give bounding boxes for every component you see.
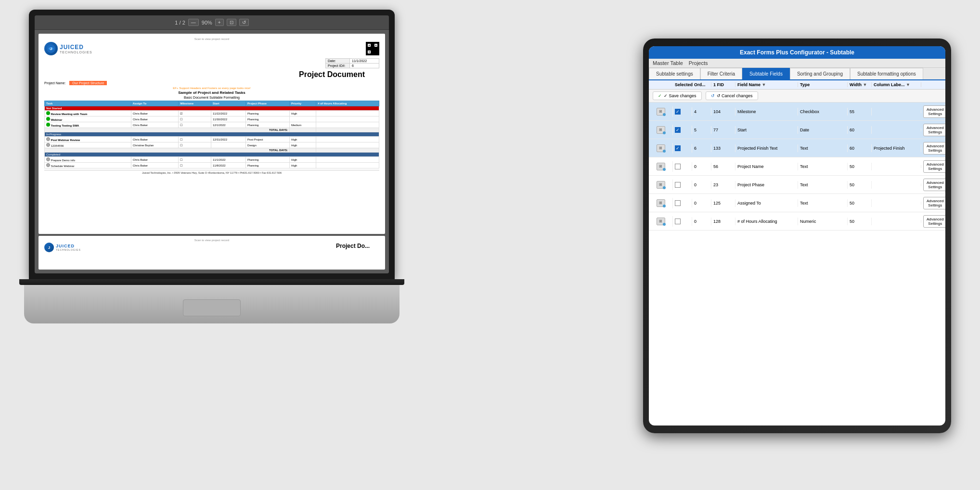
row-drag-icon[interactable]: ⊞ bbox=[657, 163, 665, 170]
col-start: Start bbox=[211, 101, 245, 106]
reload-button[interactable]: ↺ bbox=[239, 19, 249, 26]
col-priority: Priority bbox=[290, 101, 316, 106]
row-drag-icon[interactable]: ⊞ bbox=[657, 126, 665, 134]
row-drag-icon[interactable]: ⊞ bbox=[657, 199, 665, 207]
checkbox-milestone[interactable] bbox=[675, 109, 681, 115]
cfg-row-assigned-to: ⊞ 0 125 Assigned To Text 50 AdvancedSett… bbox=[649, 194, 945, 212]
svg-rect-12 bbox=[374, 49, 375, 50]
doc-subtitle2: Basic Document Subtable Formatting bbox=[44, 96, 379, 99]
cell-fieldname-start: Start bbox=[735, 126, 798, 134]
cell-selected-assigned bbox=[673, 199, 692, 207]
laptop-screen: 1 / 2 — 90% + ⊡ ↺ Scan to view project r… bbox=[35, 15, 389, 273]
logo-name: JUICED bbox=[60, 44, 92, 51]
cell-type-pname: Text bbox=[798, 163, 848, 170]
col-header-selected: Selected bbox=[673, 82, 692, 87]
cell-fid-pphase: 23 bbox=[711, 181, 735, 189]
project-name-value: Our Project Structure bbox=[69, 81, 107, 85]
row-icon-milestone: ⊞ bbox=[649, 106, 673, 117]
date-label: Date: bbox=[326, 59, 350, 63]
cell-fid-projected: 133 bbox=[711, 144, 735, 152]
section-not-started: Not Started bbox=[45, 106, 379, 111]
zoom-in-button[interactable]: + bbox=[215, 19, 224, 26]
checkbox-hours[interactable] bbox=[675, 219, 681, 224]
row-icon-assigned: ⊞ bbox=[649, 198, 673, 208]
cancel-changes-button[interactable]: ↺ ↺ Cancel changes bbox=[706, 91, 758, 100]
advanced-settings-button-hours[interactable]: AdvancedSettings bbox=[923, 215, 945, 228]
cell-selected-start bbox=[673, 126, 692, 134]
svg-rect-14 bbox=[374, 51, 375, 52]
tab-subtable-fields[interactable]: Subtable Fields bbox=[742, 68, 790, 79]
checkbox-assigned[interactable] bbox=[675, 200, 681, 206]
menu-master-table[interactable]: Master Table bbox=[653, 60, 683, 66]
col-milestone: Milestone bbox=[179, 101, 211, 106]
zoom-out-button[interactable]: — bbox=[188, 19, 199, 26]
col-header-fieldname: Field Name ▼ bbox=[735, 82, 798, 87]
project-name-label: Project Name: bbox=[44, 81, 65, 85]
zoom-level: 90% bbox=[202, 20, 212, 26]
cell-collabel-assigned bbox=[872, 202, 921, 205]
row-drag-icon[interactable]: ⊞ bbox=[657, 181, 665, 189]
checkbox-pphase[interactable] bbox=[675, 182, 681, 188]
cell-type-assigned: Text bbox=[798, 199, 848, 207]
tab-filter-criteria[interactable]: Filter Criteria bbox=[700, 68, 742, 79]
section-completed: Completed bbox=[45, 153, 379, 157]
row-drag-icon[interactable]: ⊞ bbox=[657, 144, 665, 152]
cfg-titlebar: Exact Forms Plus Configurator - Subtable bbox=[649, 46, 945, 59]
row-drag-icon[interactable]: ⊞ bbox=[657, 218, 665, 225]
tab-subtable-settings[interactable]: Subtable settings bbox=[649, 68, 700, 79]
svg-rect-13 bbox=[376, 50, 377, 51]
col-header-width: Width ▼ bbox=[848, 82, 872, 87]
save-label: ✓ Save changes bbox=[664, 93, 696, 98]
row-icon-pphase: ⊞ bbox=[649, 180, 673, 190]
advanced-settings-button-assigned[interactable]: AdvancedSettings bbox=[923, 197, 945, 209]
cfg-table-body: ⊞ 4 104 Milestone Checkbox 55 AdvancedSe… bbox=[649, 103, 945, 426]
advanced-settings-button-pname[interactable]: AdvancedSettings bbox=[923, 160, 945, 173]
cell-collabel-projected: Projected Finish bbox=[872, 144, 921, 152]
cell-fid-assigned: 125 bbox=[711, 199, 735, 207]
cell-fid-start: 77 bbox=[711, 126, 735, 134]
advanced-settings-button-milestone[interactable]: AdvancedSettings bbox=[923, 105, 945, 118]
cell-advanced-milestone: AdvancedSettings bbox=[921, 104, 945, 119]
checkbox-start[interactable] bbox=[675, 127, 681, 133]
cfg-table-header: Selected Ord... 1 FID Field Name ▼ Type … bbox=[649, 80, 945, 90]
cell-type-milestone: Checkbox bbox=[798, 108, 848, 116]
col-header-collabel: Column Labe... ▼ bbox=[872, 82, 921, 87]
cell-advanced-pphase: AdvancedSettings bbox=[921, 177, 945, 193]
cfg-row-project-phase: ⊞ 0 23 Project Phase Text 50 AdvancedSet… bbox=[649, 176, 945, 194]
advanced-settings-button-start[interactable]: AdvancedSettings bbox=[923, 124, 945, 136]
cfg-row-hours: ⊞ 0 128 # of Hours Allocating Numeric 50… bbox=[649, 212, 945, 231]
advanced-settings-button-pphase[interactable]: AdvancedSettings bbox=[923, 179, 945, 191]
cell-advanced-pname: AdvancedSettings bbox=[921, 159, 945, 174]
row-drag-icon[interactable]: ⊞ bbox=[657, 108, 665, 116]
doc-logo: J JUICED TECHNOLOGIES bbox=[44, 42, 92, 55]
cell-fieldname-pname: Project Name bbox=[735, 163, 798, 170]
checkbox-pname[interactable] bbox=[675, 164, 681, 169]
svg-rect-7 bbox=[375, 45, 376, 46]
cell-type-hours: Numeric bbox=[798, 218, 848, 225]
cell-fieldname-assigned: Assigned To bbox=[735, 199, 798, 207]
cell-selected-pphase bbox=[673, 181, 692, 189]
cell-type-projected: Text bbox=[798, 144, 848, 152]
cell-type-start: Date bbox=[798, 126, 848, 134]
checkbox-projected[interactable] bbox=[675, 145, 681, 151]
cell-ord-start: 5 bbox=[692, 126, 711, 134]
tab-formatting-options[interactable]: Subtable formatting options bbox=[850, 68, 923, 79]
advanced-settings-button-projected[interactable]: AdvancedSettings bbox=[923, 142, 945, 155]
tab-sorting-grouping[interactable]: Sorting and Grouping bbox=[790, 68, 850, 79]
save-changes-button[interactable]: ✓ ✓ Save changes bbox=[653, 91, 702, 100]
fit-page-button[interactable]: ⊡ bbox=[227, 19, 236, 26]
cell-fieldname-pphase: Project Phase bbox=[735, 181, 798, 189]
doc-subtitle1: Sample of Project and Related Tasks bbox=[44, 90, 379, 95]
cell-fid-milestone: 104 bbox=[711, 108, 735, 116]
cell-type-pphase: Text bbox=[798, 181, 848, 189]
menu-projects[interactable]: Projects bbox=[689, 60, 708, 66]
cell-width-milestone: 55 bbox=[848, 108, 872, 116]
cell-collabel-milestone bbox=[872, 110, 921, 113]
cfg-row-projected-finish: ⊞ 6 133 Projected Finish Text Text 60 Pr… bbox=[649, 139, 945, 157]
tablet-screen: Exact Forms Plus Configurator - Subtable… bbox=[649, 46, 945, 426]
doc-table: Task Assign To Milestone Start Project P… bbox=[44, 101, 379, 168]
cell-ord-pname: 0 bbox=[692, 163, 711, 170]
laptop-screen-bezel: 1 / 2 — 90% + ⊡ ↺ Scan to view project r… bbox=[29, 10, 395, 279]
cell-width-pname: 50 bbox=[848, 163, 872, 170]
logo-icon: J bbox=[44, 42, 58, 55]
